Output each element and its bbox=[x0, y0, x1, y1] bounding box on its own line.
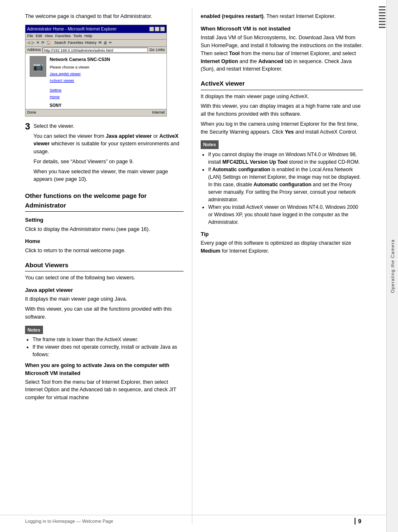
java-notes-list: The frame rate is lower than the ActiveX… bbox=[25, 336, 184, 358]
java-notes-label: Notes bbox=[25, 326, 43, 334]
right-column: enabled (requires restart). Then restart… bbox=[192, 8, 371, 524]
tip-label: Tip bbox=[201, 230, 363, 238]
step-number: 3 bbox=[25, 121, 30, 132]
sidebar-tab-label: Operating the Camera bbox=[390, 239, 395, 293]
screenshot-toolbar: ◁ ▷ ✕ ⟳ 🏠 Search Favorites History ✉ 🖨 ✏ bbox=[25, 40, 166, 47]
activex-notes-label: Notes bbox=[201, 140, 219, 149]
screenshot-home-link[interactable]: Home bbox=[50, 94, 123, 100]
page-container: The welcome page is changed to that for … bbox=[0, 0, 398, 532]
java-note-1: The frame rate is lower than the ActiveX… bbox=[33, 336, 184, 343]
screenshot-footer: Done Internet bbox=[25, 109, 166, 116]
activex-notes-list: If you cannot display the image on Windo… bbox=[201, 151, 363, 226]
sidebar-tab: Operating the Camera bbox=[386, 0, 398, 532]
page-footer: Logging in to Homepage — Welcome Page 9 bbox=[0, 515, 386, 524]
screenshot-address-input: http://192.168.0.100/admin/en/admin.html bbox=[43, 48, 148, 53]
ms-vm-desc: Install Java VM of Sun Microsystems, Inc… bbox=[201, 34, 363, 73]
maximize-button[interactable]: □ bbox=[155, 27, 159, 31]
screenshot-zone: Internet bbox=[152, 110, 165, 116]
footer-left-text: Logging in to Homepage — Welcome Page bbox=[25, 519, 113, 524]
home-heading: Home bbox=[25, 237, 184, 246]
tip-desc: Every page of this software is optimized… bbox=[201, 239, 363, 255]
activex-note-3: When you install ActiveX viewer on Windo… bbox=[208, 203, 363, 226]
left-column: The welcome page is changed to that for … bbox=[0, 8, 192, 524]
win-controls: _ □ × bbox=[149, 27, 165, 31]
setting-desc: Click to display the Administrator menu … bbox=[25, 225, 184, 233]
screenshot-camera-info: Network Camera SNC-C53N Please choose a … bbox=[50, 56, 123, 113]
home-desc: Click to return to the normal welcome pa… bbox=[25, 247, 184, 255]
screenshot-addressbar: Address http://192.168.0.100/admin/en/ad… bbox=[25, 47, 166, 54]
screenshot-setting-link[interactable]: Setting bbox=[50, 88, 123, 94]
screenshot-body: 📷 Network Camera SNC-C53N Please choose … bbox=[25, 53, 166, 116]
ms-vm-heading: When Microsoft VM is not installed bbox=[201, 25, 363, 33]
screenshot-box: Administrator Home - Microsoft Internet … bbox=[25, 25, 167, 117]
enabled-text: enabled (requires restart). Then restart… bbox=[201, 13, 363, 20]
page-number: 9 bbox=[355, 518, 361, 524]
step-content: Select the viewer. You can select the vi… bbox=[33, 122, 184, 185]
step3-details: For details, see “About Viewers” on page… bbox=[33, 158, 184, 166]
activex-heading: ActiveX viewer bbox=[201, 79, 363, 90]
screenshot-title: Administrator Home - Microsoft Internet … bbox=[27, 26, 117, 32]
activex-note-2: If Automatic configuration is enabled in… bbox=[208, 166, 363, 203]
main-content: The welcome page is changed to that for … bbox=[0, 0, 398, 532]
java-desc2: With this viewer, you can use all the fu… bbox=[25, 305, 184, 321]
screenshot-titlebar: Administrator Home - Microsoft Internet … bbox=[25, 25, 166, 33]
screenshot-brand: SONY bbox=[50, 102, 123, 109]
setting-heading: Setting bbox=[25, 216, 184, 224]
screenshot-status: Done bbox=[27, 110, 36, 116]
close-button[interactable]: × bbox=[160, 27, 165, 31]
step3-block: 3 Select the viewer. You can select the … bbox=[25, 122, 184, 185]
java-desc1: It displays the main viewer page using J… bbox=[25, 295, 184, 303]
about-viewers-intro: You can select one of the following two … bbox=[25, 274, 184, 282]
activex-desc3: When you log in the camera using Interne… bbox=[201, 120, 363, 136]
screenshot-prompt: Please choose a viewer. bbox=[50, 65, 123, 71]
step3-title: Select the viewer. bbox=[33, 122, 184, 130]
about-viewers-heading: About Viewers bbox=[25, 261, 184, 272]
activex-desc2: With this viewer, you can display images… bbox=[201, 102, 363, 118]
sidebar-decoration bbox=[379, 0, 386, 84]
screenshot-camera-icon: 📷 bbox=[30, 56, 46, 77]
intro-text: The welcome page is changed to that for … bbox=[25, 13, 184, 20]
screenshot-camera-title: Network Camera SNC-C53N bbox=[50, 56, 123, 63]
minimize-button[interactable]: _ bbox=[149, 27, 154, 31]
java-note-2: If the viewer does not operate correctly… bbox=[33, 343, 184, 358]
screenshot-menubar: File Edit View Favorites Tools Help bbox=[25, 33, 166, 40]
when-java-heading: When you are going to activate Java on t… bbox=[25, 362, 184, 377]
java-applet-heading: Java applet viewer bbox=[25, 286, 184, 294]
activex-note-1: If you cannot display the image on Windo… bbox=[208, 151, 363, 166]
screenshot-activex-link[interactable]: ActiveX viewer bbox=[50, 78, 123, 84]
step3-result: When you have selected the viewer, the m… bbox=[33, 168, 184, 184]
step3-desc: You can select the viewer from Java appl… bbox=[33, 132, 184, 156]
when-java-desc: Select Tool from the menu bar of Interne… bbox=[25, 378, 184, 402]
other-functions-heading: Other functions on the welcome page for … bbox=[25, 191, 184, 212]
screenshot-java-link[interactable]: Java applet viewer bbox=[50, 71, 123, 77]
activex-desc1: It displays the main viewer page using A… bbox=[201, 93, 363, 101]
